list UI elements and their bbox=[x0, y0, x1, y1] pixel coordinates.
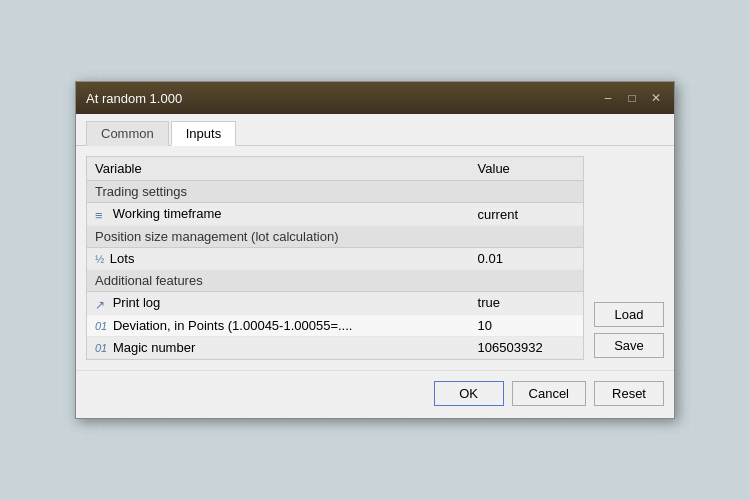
section-trading-settings: Trading settings bbox=[87, 181, 583, 203]
window-controls: – □ ✕ bbox=[600, 90, 664, 106]
inputs-table: Variable Value Trading settings bbox=[87, 157, 583, 358]
table-row: Working timeframe current bbox=[87, 203, 583, 226]
section-additional-features: Additional features bbox=[87, 270, 583, 292]
main-area: Variable Value Trading settings bbox=[76, 146, 674, 369]
load-button[interactable]: Load bbox=[594, 302, 664, 327]
ok-button[interactable]: OK bbox=[434, 381, 504, 406]
inputs-table-container: Variable Value Trading settings bbox=[86, 156, 584, 359]
tab-common[interactable]: Common bbox=[86, 121, 169, 146]
timeframe-icon bbox=[95, 208, 109, 222]
title-bar: At random 1.000 – □ ✕ bbox=[76, 82, 674, 114]
table-row: 01 Magic number 106503932 bbox=[87, 336, 583, 358]
01-icon: 01 bbox=[95, 342, 107, 354]
column-value: Value bbox=[470, 157, 583, 181]
table-row: ½ Lots 0.01 bbox=[87, 248, 583, 270]
reset-button[interactable]: Reset bbox=[594, 381, 664, 406]
column-variable: Variable bbox=[87, 157, 470, 181]
table-row: Print log true bbox=[87, 292, 583, 315]
01-icon: 01 bbox=[95, 320, 107, 332]
side-buttons: Load Save bbox=[594, 156, 664, 359]
arrow-icon bbox=[95, 297, 109, 311]
window-title: At random 1.000 bbox=[86, 91, 182, 106]
cancel-button[interactable]: Cancel bbox=[512, 381, 586, 406]
maximize-button[interactable]: □ bbox=[624, 90, 640, 106]
tab-inputs[interactable]: Inputs bbox=[171, 121, 236, 146]
tab-bar: Common Inputs bbox=[76, 114, 674, 146]
bottom-bar: OK Cancel Reset bbox=[76, 370, 674, 418]
section-position-size: Position size management (lot calculatio… bbox=[87, 226, 583, 248]
half-icon: ½ bbox=[95, 253, 104, 265]
close-button[interactable]: ✕ bbox=[648, 90, 664, 106]
table-row: 01 Deviation, in Points (1.00045-1.00055… bbox=[87, 314, 583, 336]
dialog-window: At random 1.000 – □ ✕ Common Inputs bbox=[75, 81, 675, 418]
minimize-button[interactable]: – bbox=[600, 90, 616, 106]
save-button[interactable]: Save bbox=[594, 333, 664, 358]
window-content: Common Inputs Variable Value bbox=[76, 114, 674, 417]
